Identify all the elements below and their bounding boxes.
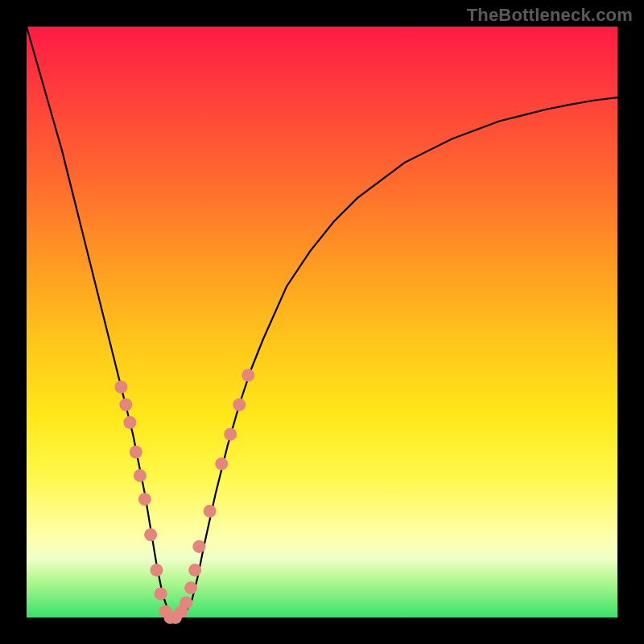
highlight-dots-group: [114, 369, 254, 624]
highlight-dot: [155, 588, 167, 601]
highlight-dot: [138, 493, 151, 506]
highlight-dot: [215, 457, 228, 470]
highlight-dot: [119, 398, 132, 411]
plot-area: [27, 27, 617, 617]
chart-svg: [27, 27, 617, 617]
highlight-dot: [204, 505, 217, 518]
highlight-dot: [144, 528, 157, 541]
highlight-dot: [114, 381, 127, 394]
highlight-dot: [242, 369, 254, 382]
highlight-dot: [192, 540, 205, 553]
highlight-dot: [188, 564, 201, 576]
highlight-dot: [224, 427, 237, 440]
highlight-dot: [180, 597, 192, 609]
highlight-dot: [233, 398, 246, 411]
highlight-dot: [130, 445, 142, 458]
highlight-dot: [134, 469, 147, 482]
bottleneck-curve: [27, 27, 617, 617]
chart-frame: TheBottleneck.com: [0, 0, 644, 644]
highlight-dot: [123, 416, 136, 429]
watermark-text: TheBottleneck.com: [467, 5, 633, 26]
highlight-dot: [150, 564, 163, 576]
highlight-dot: [184, 581, 197, 594]
